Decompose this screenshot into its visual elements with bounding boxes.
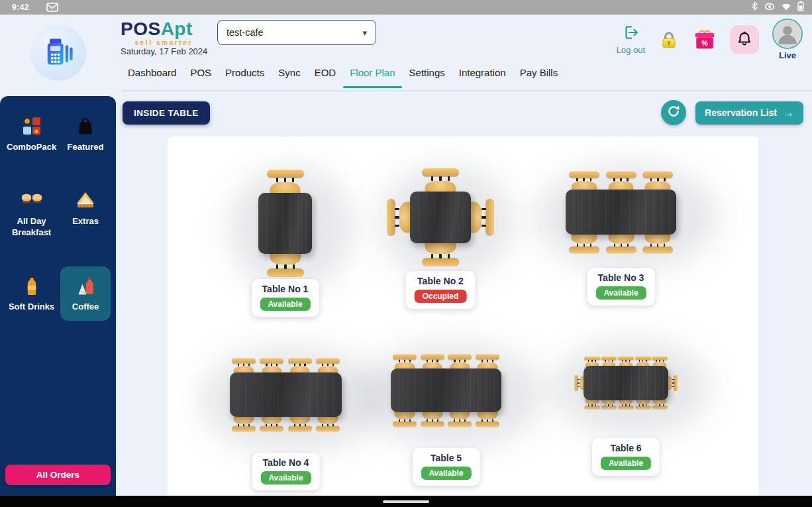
sidebar-item-combopack[interactable]: ComboPack bbox=[5, 107, 58, 161]
reservation-list-label: Reservation List bbox=[705, 107, 777, 118]
breakfast-icon bbox=[20, 189, 44, 211]
sidebar-item-label: Extras bbox=[72, 216, 99, 227]
tab-pay-bills[interactable]: Pay Bills bbox=[520, 67, 558, 88]
store-select-value: test-cafe bbox=[227, 27, 264, 38]
table-label-card[interactable]: Table No 2Occupied bbox=[406, 271, 476, 309]
battery-icon bbox=[797, 1, 804, 14]
main-content: INSIDE TABLE Reservation List → Table No… bbox=[116, 96, 812, 496]
table-label-card[interactable]: Table 5Available bbox=[412, 448, 480, 486]
eye-icon bbox=[764, 1, 775, 13]
logout-icon bbox=[622, 24, 639, 44]
store-select[interactable]: test-cafe ▾ bbox=[217, 20, 376, 45]
combo-pack-icon bbox=[22, 115, 42, 137]
sidebar-item-all-day-breakfast[interactable]: All Day Breakfast bbox=[5, 181, 58, 247]
sidebar-item-label: Coffee bbox=[72, 302, 99, 313]
live-label: Live bbox=[779, 50, 796, 60]
table-name: Table No 4 bbox=[260, 457, 311, 468]
tab-pos[interactable]: POS bbox=[190, 67, 211, 88]
bluetooth-icon bbox=[751, 1, 758, 13]
tab-integration[interactable]: Integration bbox=[459, 67, 506, 88]
category-sidebar: ComboPackFeaturedAll Day BreakfastExtras… bbox=[0, 96, 116, 496]
tab-dashboard[interactable]: Dashboard bbox=[128, 67, 176, 88]
sandwich-icon bbox=[76, 189, 95, 211]
table-status-badge: Occupied bbox=[415, 290, 467, 303]
table-top[interactable] bbox=[258, 193, 312, 254]
svg-text:%: % bbox=[701, 39, 708, 47]
table-label-card[interactable]: Table 6Available bbox=[592, 438, 660, 476]
home-indicator[interactable] bbox=[383, 500, 429, 503]
table-top[interactable] bbox=[584, 366, 668, 400]
sidebar-item-label: Featured bbox=[68, 142, 104, 153]
table-name: Table 6 bbox=[601, 443, 651, 453]
table-label-card[interactable]: Table No 1Available bbox=[251, 279, 319, 317]
gmail-icon bbox=[46, 3, 58, 12]
brand-pos: POS bbox=[121, 19, 161, 39]
bottle-icon bbox=[26, 274, 37, 297]
table-top[interactable] bbox=[566, 190, 676, 235]
table-label-card[interactable]: Table No 4Available bbox=[252, 453, 319, 490]
pos-terminal-icon bbox=[41, 34, 76, 72]
sidebar-item-soft-drinks[interactable]: Soft Drinks bbox=[5, 266, 58, 321]
status-bar: 9:42 bbox=[0, 0, 812, 15]
sidebar-item-label: ComboPack bbox=[7, 142, 56, 153]
sidebar-item-extras[interactable]: Extras bbox=[60, 181, 111, 247]
table-label-card[interactable]: Table No 3Available bbox=[587, 268, 654, 306]
table-name: Table No 1 bbox=[260, 284, 310, 294]
brand-logo: POSApt sell smarter bbox=[121, 20, 193, 46]
app-logo bbox=[30, 25, 86, 81]
arrow-right-icon: → bbox=[783, 107, 794, 119]
inside-table-button[interactable]: INSIDE TABLE bbox=[123, 101, 210, 125]
table-top[interactable] bbox=[410, 192, 471, 243]
table-status-badge: Available bbox=[260, 298, 310, 311]
avatar bbox=[772, 19, 803, 49]
refresh-icon bbox=[667, 105, 680, 121]
sidebar-item-coffee[interactable]: Coffee bbox=[60, 266, 111, 321]
sidebar-item-label: Soft Drinks bbox=[9, 302, 54, 313]
main-nav: DashboardPOSProductsSyncEODFloor PlanSet… bbox=[128, 67, 558, 88]
floor-canvas: Table No 1AvailableTable No 2OccupiedTab… bbox=[167, 136, 759, 496]
tab-eod[interactable]: EOD bbox=[315, 67, 336, 88]
tab-settings[interactable]: Settings bbox=[409, 67, 445, 88]
wifi-icon bbox=[781, 1, 791, 13]
sidebar-item-label: All Day Breakfast bbox=[7, 216, 56, 239]
chevron-down-icon: ▾ bbox=[362, 28, 367, 38]
tab-floor-plan[interactable]: Floor Plan bbox=[350, 67, 395, 88]
table-status-badge: Available bbox=[421, 467, 471, 480]
table-top[interactable] bbox=[391, 368, 501, 412]
notifications-button[interactable] bbox=[730, 25, 759, 54]
all-orders-button[interactable]: All Orders bbox=[5, 465, 111, 485]
lock-icon[interactable] bbox=[658, 29, 680, 50]
coffee-bottle-icon bbox=[76, 274, 95, 297]
table-name: Table No 3 bbox=[595, 272, 646, 283]
nav-underline bbox=[123, 90, 812, 91]
gift-promo-icon[interactable]: % bbox=[693, 28, 717, 50]
logout-label: Log out bbox=[617, 45, 645, 55]
bell-icon bbox=[736, 30, 753, 50]
tab-products[interactable]: Products bbox=[225, 67, 264, 88]
sidebar-item-featured[interactable]: Featured bbox=[60, 107, 111, 161]
account-menu[interactable]: Live bbox=[772, 19, 803, 60]
table-status-badge: Available bbox=[260, 471, 311, 484]
shopping-bag-icon bbox=[76, 115, 95, 137]
logout-button[interactable]: Log out bbox=[617, 24, 645, 55]
table-name: Table 5 bbox=[421, 453, 471, 463]
refresh-button[interactable] bbox=[661, 100, 686, 125]
brand-apt: Apt bbox=[161, 19, 193, 39]
brand-tagline: sell smarter bbox=[121, 40, 193, 46]
reservation-list-button[interactable]: Reservation List → bbox=[695, 101, 803, 125]
tab-sync[interactable]: Sync bbox=[278, 67, 300, 88]
system-nav-bar bbox=[0, 496, 812, 507]
table-status-badge: Available bbox=[601, 457, 651, 470]
clock: 9:42 bbox=[12, 3, 29, 12]
table-name: Table No 2 bbox=[415, 276, 467, 286]
table-status-badge: Available bbox=[595, 286, 646, 300]
header-date: Saturday, 17 Feb 2024 bbox=[121, 46, 207, 56]
table-top[interactable] bbox=[230, 372, 342, 417]
screen: 9:42 POSApt sell smarter Sat bbox=[0, 0, 812, 507]
